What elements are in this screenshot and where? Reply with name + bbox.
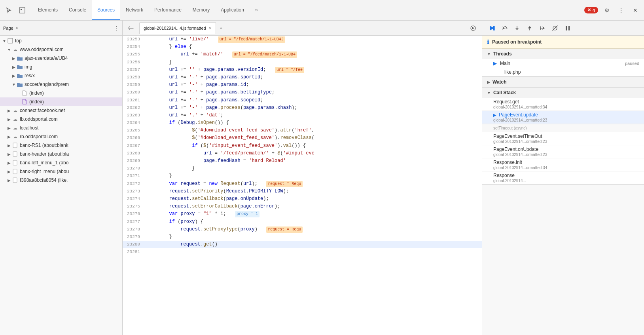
tree-label-banxheader: banx-header (about:bla [20, 151, 69, 157]
line-content-23263: url += '.' + 'dat'; [143, 112, 482, 119]
file-tab-close-icon[interactable]: ✕ [208, 26, 212, 30]
more-tabs-btn[interactable]: » [250, 0, 263, 20]
tree-toggle-ajax[interactable]: ▶ [11, 56, 17, 61]
call-stack-response-init[interactable]: Response.init global-20102914...ormatted… [482, 158, 644, 171]
step-over-btn[interactable] [500, 23, 509, 33]
tree-toggle-soccer[interactable]: ▼ [11, 82, 17, 87]
code-line-23275: 23275 request.setErrorCallback(page.onEr… [123, 203, 482, 210]
tree-toggle-oddsportal[interactable]: ▼ [6, 48, 12, 52]
deactivate-breakpoints-btn[interactable] [550, 23, 560, 33]
code-line-23259: 23259 url += '-' + page.params.id; [123, 81, 482, 89]
line-num-23263: 23263 [123, 112, 143, 119]
panel-menu-icon[interactable]: ⋮ [114, 25, 119, 31]
tab-console[interactable]: Console [63, 0, 92, 20]
file-tab-global[interactable]: global-20102914...4.js:formatted ✕ [139, 22, 216, 34]
tree-item-top[interactable]: ▼ top [0, 36, 122, 45]
tree-label-localhost: localhost [20, 125, 38, 131]
line-content-23261: url += '-' + page.params.scopeId; [143, 97, 482, 104]
tree-label-banxrs1: banx-RS1 (about:blank [20, 143, 68, 148]
tree-label-fbodds: fb.oddsportal.com [20, 116, 57, 122]
more-options-icon[interactable]: ⋮ [616, 5, 627, 16]
tree-toggle-facebook[interactable]: ▶ [6, 108, 12, 113]
tree-item-banxrs1[interactable]: ▶ banx-RS1 (about:blank [0, 141, 122, 150]
tree-item-localhost[interactable]: ▶ ☁ localhost [0, 124, 122, 132]
line-content-23270: } [143, 165, 482, 172]
tree-item-index2[interactable]: (index) [0, 97, 122, 106]
tree-toggle-banxheader[interactable]: ▶ [6, 152, 12, 156]
settings-icon[interactable]: ⚙ [601, 5, 612, 16]
resume-btn[interactable] [487, 23, 496, 33]
tab-memory[interactable]: Memory [187, 0, 215, 20]
cloud-icon-facebook: ☁ [12, 107, 18, 114]
tree-toggle-top[interactable]: ▼ [2, 39, 7, 43]
cursor-icon[interactable] [3, 5, 14, 16]
threads-section-header[interactable]: ▼ Threads [482, 49, 644, 59]
tree-toggle-rbodds[interactable]: ▶ [6, 135, 12, 139]
pause-on-exception-btn[interactable] [563, 23, 572, 33]
navigate-back-icon[interactable] [126, 23, 137, 34]
call-stack-response[interactable]: Response global-20102914... [482, 171, 644, 185]
tree-item-soccer[interactable]: ▼ soccer/england/prem [0, 80, 122, 89]
tree-item-img[interactable]: ▶ img [0, 63, 122, 71]
breakpoint-banner: ℹ Paused on breakpoint [482, 36, 644, 49]
tree-item-fbodds[interactable]: ▶ ☁ fb.oddsportal.com [0, 115, 122, 124]
thread-item-likephp[interactable]: like.php [482, 68, 644, 76]
run-snippet-icon[interactable] [468, 23, 479, 34]
tree-toggle-banxrs1[interactable]: ▶ [6, 143, 12, 148]
line-num-23259: 23259 [123, 81, 143, 89]
frame-icon [7, 38, 13, 44]
svg-rect-10 [494, 26, 495, 30]
line-content-23274: request.setCallback(page.onUpdate); [143, 195, 482, 203]
tree-item-oddsportal[interactable]: ▼ ☁ www.oddsportal.com [0, 45, 122, 54]
call-stack-pageevent-settimeout[interactable]: PageEvent.setTimeOut global-20102914...o… [482, 132, 644, 145]
tab-sources[interactable]: Sources [92, 0, 120, 20]
tree-item-ajax[interactable]: ▶ ajax-userdata/e/UB4 [0, 54, 122, 63]
line-num-23274: 23274 [123, 195, 143, 203]
tab-application[interactable]: Application [215, 0, 250, 20]
tree-item-banxright[interactable]: ▶ banx-right_menu (abou [0, 167, 122, 176]
tree-item-rbodds[interactable]: ▶ ☁ rb.oddsportal.com [0, 132, 122, 141]
tree-toggle-banxright[interactable]: ▶ [6, 169, 12, 174]
line-num-23264: 23264 [123, 119, 143, 127]
line-num-23254: 23254 [123, 43, 143, 51]
tree-toggle-img[interactable]: ▶ [11, 65, 17, 69]
step-btn[interactable] [538, 23, 547, 33]
call-stack-pageevent-update[interactable]: ▶ PageEvent.update global-20102914...orm… [482, 111, 644, 124]
code-line-23255: 23255 url += 'match/' url = "/feed/match… [123, 51, 482, 58]
close-btn[interactable]: ✕ [630, 5, 641, 16]
error-badge[interactable]: ✕ 4 [584, 7, 598, 13]
tree-item-f398[interactable]: ▶ f398aa8bcfa8054 (like. [0, 176, 122, 185]
tab-network[interactable]: Network [120, 0, 149, 20]
more-file-tabs-btn[interactable]: » [220, 26, 222, 30]
tree-item-banxleft[interactable]: ▶ banx-left_menu_1 (abo [0, 158, 122, 167]
tree-item-facebook[interactable]: ▶ ☁ connect.facebook.net [0, 106, 122, 115]
step-out-btn[interactable] [525, 23, 534, 33]
thread-item-main[interactable]: ▶ Main paused [482, 59, 644, 68]
tree-item-banxheader[interactable]: ▶ banx-header (about:bla [0, 150, 122, 158]
code-container[interactable]: 23253 url += 'live/' url = "/feed/match/… [123, 36, 482, 335]
call-stack-toggle-icon: ▼ [487, 91, 491, 95]
tree-toggle-f398[interactable]: ▶ [6, 178, 12, 183]
watch-section-header[interactable]: ▶ Watch [482, 77, 644, 87]
tree-toggle-res[interactable]: ▶ [11, 74, 17, 78]
step-into-btn[interactable] [512, 23, 522, 33]
more-pages-btn[interactable]: » [16, 26, 18, 30]
call-stack-section-header[interactable]: ▼ Call Stack [482, 88, 644, 98]
code-line-23276: 23276 var proxy = "1" * 1; proxy = 1 [123, 210, 482, 218]
tree-item-res[interactable]: ▶ res/x [0, 71, 122, 80]
error-count: 4 [593, 8, 595, 13]
inspector-icon[interactable] [17, 5, 28, 16]
tab-performance[interactable]: Performance [149, 0, 187, 20]
tree-toggle-fbodds[interactable]: ▶ [6, 117, 12, 122]
tab-elements[interactable]: Elements [32, 0, 63, 20]
code-line-23261: 23261 url += '-' + page.params.scopeId; [123, 97, 482, 104]
tree-toggle-banxleft[interactable]: ▶ [6, 161, 12, 165]
call-stack-request-get[interactable]: Request.get global-20102914...ormatted:3… [482, 98, 644, 111]
tree-item-index1[interactable]: (index) [0, 89, 122, 97]
line-content-23255: url += 'match/' url = "/feed/match/1-1-U… [143, 51, 482, 58]
thread-status-main: paused [625, 61, 639, 66]
call-stack-pageevent-onupdate[interactable]: PageEvent.onUpdate global-20102914...orm… [482, 145, 644, 158]
page-icon-banxleft [12, 160, 18, 166]
tree-toggle-localhost[interactable]: ▶ [6, 126, 12, 130]
code-panel: global-20102914...4.js:formatted ✕ » 232… [123, 21, 482, 335]
